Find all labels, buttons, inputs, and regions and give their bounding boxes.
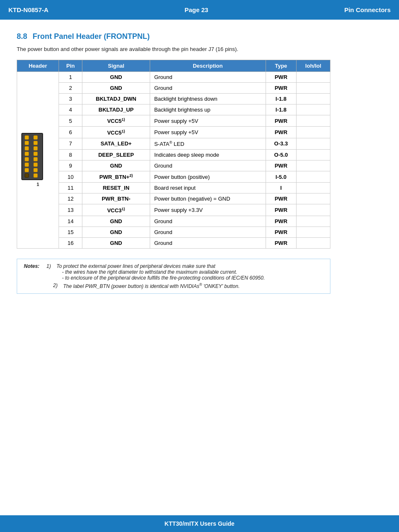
pin-dot (33, 146, 38, 150)
signal-type: I-1.8 (266, 94, 296, 104)
col-pin: Pin (59, 60, 82, 72)
top-bar: KTD-N0857-A Page 23 Pin Connectors (0, 0, 399, 20)
section-title-text: Front Panel Header (FRONTPNL) (33, 32, 150, 41)
col-ioh: Ioh/Iol (296, 60, 330, 72)
signal-description: Ground (150, 227, 266, 237)
signal-name: PWR_BTN+2) (82, 171, 150, 182)
pin-dot (33, 157, 38, 161)
table-row: 13VCC31)Power supply +3.3VPWR (17, 204, 330, 216)
signal-type: PWR (266, 160, 296, 171)
signal-type: PWR (266, 127, 296, 138)
note-1: Notes: 1) To protect the external power … (24, 263, 323, 281)
note-2: 2) The label PWR_BTN (power button) is i… (53, 283, 323, 289)
signal-description: Ground (150, 72, 266, 83)
footer-bar: KTT30/mITX Users Guide (0, 515, 399, 532)
pin-dot (33, 152, 38, 156)
pin-number: 2 (59, 83, 82, 94)
signal-description: Indicates deep sleep mode (150, 149, 266, 160)
signal-description: Power supply +5V (150, 115, 266, 127)
page-number: Page 23 (184, 6, 208, 13)
signal-name: GND (82, 216, 150, 227)
signal-description: Ground (150, 237, 266, 248)
signal-type: I-5.0 (266, 171, 296, 182)
signal-name: VCC51) (82, 127, 150, 138)
pin-number: 8 (59, 149, 82, 160)
signal-type: PWR (266, 216, 296, 227)
signal-ioh (296, 149, 330, 160)
note-1-text: To protect the external power lines of p… (56, 263, 265, 281)
signal-ioh (296, 72, 330, 83)
signal-description: Backlight brightness up (150, 104, 266, 115)
signal-name: GND (82, 83, 150, 94)
signal-type: I (266, 183, 296, 193)
table-row: 10PWR_BTN+2)Power button (positive)I-5.0 (17, 171, 330, 182)
table-row: 8DEEP_SLEEPIndicates deep sleep modeO-5.… (17, 149, 330, 160)
signal-description: Ground (150, 160, 266, 171)
notes-section: Notes: 1) To protect the external power … (17, 259, 330, 294)
signal-ioh (296, 237, 330, 248)
table-row: 14GNDGroundPWR (17, 216, 330, 227)
pin-number: 16 (59, 237, 82, 248)
pin-number: 4 (59, 104, 82, 115)
table-row: 6VCC51)Power supply +5VPWR (17, 127, 330, 138)
signal-ioh (296, 227, 330, 237)
pin-dot (33, 168, 38, 172)
signal-description: Ground (150, 83, 266, 94)
signal-type: PWR (266, 204, 296, 216)
signal-ioh (296, 104, 330, 115)
signal-name: BKLTADJ_DWN (82, 94, 150, 104)
signal-type: PWR (266, 227, 296, 237)
signal-name: GND (82, 72, 150, 83)
pin-number: 11 (59, 183, 82, 193)
signal-description: Power button (negative) = GND (150, 193, 266, 204)
signal-description: S-ATA® LED (150, 138, 266, 149)
pin-dot (25, 152, 29, 156)
pin-dot (25, 163, 29, 167)
signal-type: PWR (266, 115, 296, 127)
pin-dot (25, 135, 29, 140)
signal-name: RESET_IN (82, 183, 150, 193)
footer-label: KTT30/mITX Users Guide (164, 520, 234, 527)
signal-type: PWR (266, 237, 296, 248)
col-signal: Signal (82, 60, 150, 72)
pin-number: 5 (59, 115, 82, 127)
table-row: 12PWR_BTN-Power button (negative) = GNDP… (17, 193, 330, 204)
signal-ioh (296, 193, 330, 204)
pin-number: 10 (59, 171, 82, 182)
signal-type: O-5.0 (266, 149, 296, 160)
signal-type: O-3.3 (266, 138, 296, 149)
signal-description: Power supply +3.3V (150, 204, 266, 216)
pin-number: 7 (59, 138, 82, 149)
signal-ioh (296, 183, 330, 193)
signal-ioh (296, 138, 330, 149)
signal-description: Backlight brightness down (150, 94, 266, 104)
section-name: Pin Connectors (344, 6, 391, 13)
signal-ioh (296, 204, 330, 216)
signal-ioh (296, 160, 330, 171)
signal-name: VCC51) (82, 115, 150, 127)
table-row: 5VCC51)Power supply +5VPWR (17, 115, 330, 127)
col-header: Header (17, 60, 59, 72)
signal-ioh (296, 216, 330, 227)
pin-dot (33, 141, 38, 145)
pin-dot (25, 168, 29, 172)
pin-dot (25, 157, 29, 161)
pin-number: 3 (59, 94, 82, 104)
pin-number: 9 (59, 160, 82, 171)
signal-ioh (296, 83, 330, 94)
col-description: Description (150, 60, 266, 72)
signal-type: I-1.8 (266, 104, 296, 115)
table-row: 11GNDGroundPWR (17, 72, 330, 83)
signal-name: GND (82, 227, 150, 237)
doc-id: KTD-N0857-A (8, 6, 49, 13)
section-title: 8.8 Front Panel Header (FRONTPNL) (17, 32, 382, 41)
signal-description: Ground (150, 216, 266, 227)
main-content: 8.8 Front Panel Header (FRONTPNL) The po… (0, 20, 399, 319)
signal-ioh (296, 127, 330, 138)
signal-type: PWR (266, 72, 296, 83)
pin-dot (33, 173, 38, 178)
pin-dot (25, 146, 29, 150)
table-row: 9GNDGroundPWR (17, 160, 330, 171)
table-row: 3BKLTADJ_DWNBacklight brightness downI-1… (17, 94, 330, 104)
signal-type: PWR (266, 193, 296, 204)
